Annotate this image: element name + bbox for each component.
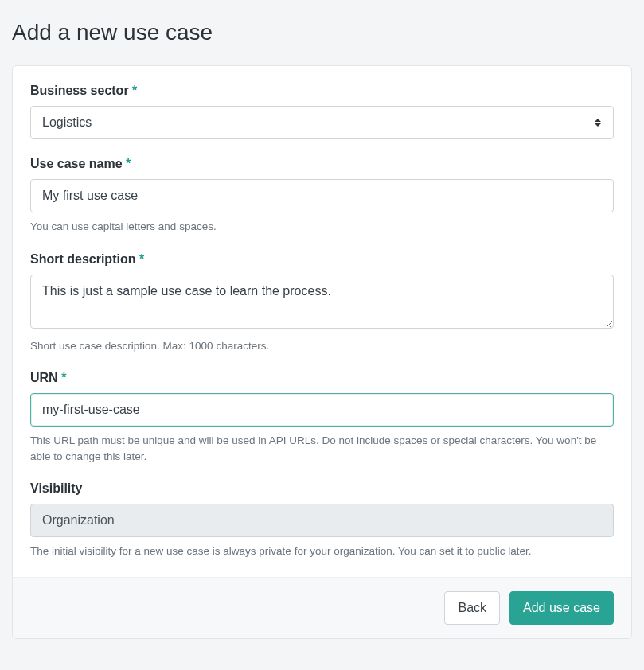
business-sector-select[interactable]: Logistics: [30, 106, 614, 139]
field-urn: URN * This URL path must be unique and w…: [30, 371, 614, 464]
field-use-case-name: Use case name * You can use capital lett…: [30, 157, 614, 235]
required-asterisk-icon: *: [61, 371, 66, 384]
field-visibility: Visibility The initial visibility for a …: [30, 481, 614, 559]
use-case-name-label: Use case name *: [30, 157, 614, 171]
urn-input[interactable]: [30, 393, 614, 427]
short-description-textarea[interactable]: This is just a sample use case to learn …: [30, 275, 614, 329]
label-text: Business sector: [30, 84, 129, 97]
required-asterisk-icon: *: [139, 252, 144, 266]
required-asterisk-icon: *: [126, 157, 131, 170]
visibility-help: The initial visibility for a new use cas…: [30, 543, 614, 559]
form-footer: Back Add use case: [13, 577, 631, 638]
label-text: Short description: [30, 252, 135, 266]
label-text: Use case name: [30, 157, 123, 170]
business-sector-select-wrap: Logistics: [30, 106, 614, 139]
add-use-case-button[interactable]: Add use case: [509, 591, 614, 625]
urn-label: URN *: [30, 371, 614, 385]
required-asterisk-icon: *: [132, 84, 137, 97]
visibility-input: [30, 504, 614, 537]
short-description-help: Short use case description. Max: 1000 ch…: [30, 338, 614, 354]
visibility-label: Visibility: [30, 481, 614, 496]
page-title: Add a new use case: [12, 20, 632, 45]
business-sector-label: Business sector *: [30, 84, 614, 98]
label-text: URN: [30, 371, 58, 384]
field-short-description: Short description * This is just a sampl…: [30, 252, 614, 354]
form-card: Business sector * Logistics Use case nam…: [12, 65, 632, 639]
use-case-name-input[interactable]: [30, 179, 614, 212]
short-description-label: Short description *: [30, 252, 614, 267]
urn-help: This URL path must be unique and will be…: [30, 433, 614, 464]
use-case-name-help: You can use capital letters and spaces.: [30, 219, 614, 235]
back-button[interactable]: Back: [444, 591, 500, 625]
form-body: Business sector * Logistics Use case nam…: [13, 66, 631, 577]
field-business-sector: Business sector * Logistics: [30, 84, 614, 139]
label-text: Visibility: [30, 481, 83, 495]
